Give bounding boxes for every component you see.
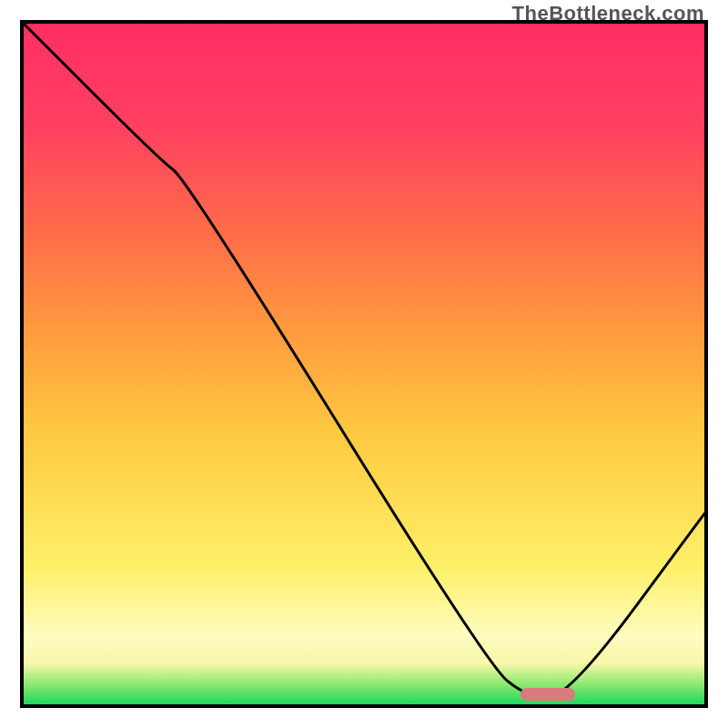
bottleneck-curve: [24, 24, 704, 704]
optimal-range-marker: [521, 688, 575, 701]
plot-area: [20, 20, 708, 708]
chart-frame: TheBottleneck.com: [0, 0, 728, 728]
